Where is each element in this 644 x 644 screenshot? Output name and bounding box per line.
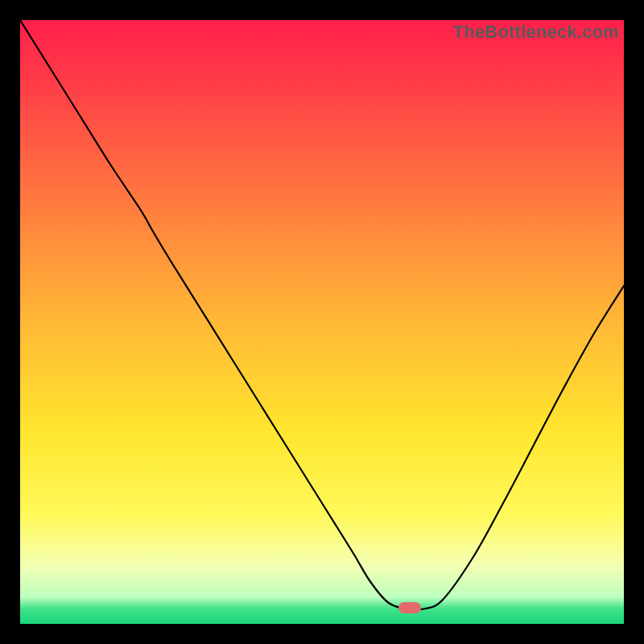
chart-svg <box>20 20 624 624</box>
gradient-background <box>20 20 624 624</box>
chart-frame: TheBottleneck.com <box>20 20 624 624</box>
